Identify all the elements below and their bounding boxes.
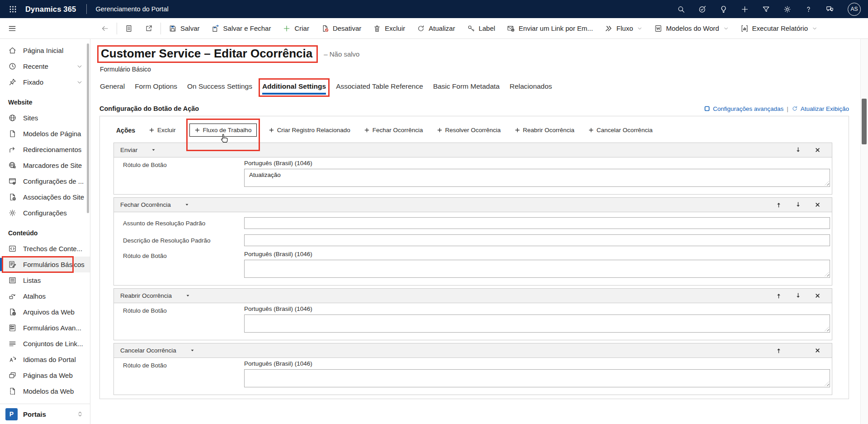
arrow-up-icon[interactable]	[775, 201, 782, 208]
email-link-button[interactable]: Enviar um Link por Em...	[501, 18, 599, 38]
rotulo-de-botao-textarea[interactable]	[244, 314, 830, 333]
advanced-settings-link[interactable]: Configurações avançadas	[704, 105, 783, 112]
hamburger-icon[interactable]	[7, 23, 18, 34]
rotulo-de-botao-textarea[interactable]	[244, 260, 830, 278]
tab-on-success-settings[interactable]: On Success Settings	[187, 82, 252, 95]
section-header[interactable]: Fechar Ocorrência	[114, 198, 832, 212]
button-label: Label	[479, 24, 495, 32]
sidebar-item-modelos-de-pagina[interactable]: Modelos de Página	[0, 126, 90, 142]
tab-form-options[interactable]: Form Options	[135, 82, 177, 95]
section-header[interactable]: Cancelar Ocorrência	[114, 343, 832, 358]
sidebar-item-recente[interactable]: Recente	[0, 58, 90, 74]
sidebar-item-arquivos-da-web[interactable]: Arquivos da Web	[0, 304, 90, 320]
plus-icon[interactable]	[741, 5, 749, 14]
sidebar-item-redirecionamentos[interactable]: Redirecionamentos	[0, 142, 90, 157]
refresh-display-link[interactable]: Atualizar Exibição	[792, 105, 849, 112]
field-column: Português (Brasil) (1046)	[244, 251, 830, 278]
filter-icon[interactable]	[762, 5, 770, 14]
sidebar-item-trechos-de-conteudo[interactable]: Trechos de Conte...	[0, 241, 90, 257]
plus-icon	[269, 127, 274, 133]
sidebar-item-listas[interactable]: Listas	[0, 272, 90, 288]
chat-icon[interactable]	[826, 5, 834, 14]
back-button[interactable]	[95, 18, 115, 38]
deactivate-button[interactable]: Desativar	[315, 18, 367, 38]
sidebar-item-sites[interactable]: Sites	[0, 110, 90, 126]
sidebar-item-atalhos[interactable]: Atalhos	[0, 288, 90, 304]
gear-icon[interactable]	[783, 5, 792, 14]
rotulo-de-botao-textarea[interactable]	[244, 369, 830, 387]
collapse-triangle-icon[interactable]	[185, 293, 190, 298]
sidebar-item-fixado[interactable]: Fixado	[0, 74, 90, 90]
collapse-triangle-icon[interactable]	[151, 148, 156, 152]
form-switcher-button[interactable]	[119, 18, 139, 38]
add-reabrir-ocorrencia-button[interactable]: Reabrir Ocorrência	[514, 127, 575, 133]
search-icon[interactable]	[677, 5, 685, 14]
sidebar-item-formularios-avancados[interactable]: Formulários Avan...	[0, 320, 90, 336]
chevron-up-down-icon[interactable]	[76, 410, 84, 418]
word-templates-button[interactable]: Modelos do Word	[648, 18, 734, 38]
sidebar-item-marcadores-de-site[interactable]: Marcadores de Site	[0, 157, 90, 173]
refresh-button[interactable]: Atualizar	[411, 18, 461, 38]
close-icon[interactable]	[814, 292, 821, 299]
sidebar-item-modelos-da-web[interactable]: Modelos da Web	[0, 383, 90, 399]
language-label: Português (Brasil) (1046)	[244, 360, 830, 367]
sidebar-item-conjuntos-de-links[interactable]: Conjuntos de Link...	[0, 336, 90, 352]
main-scrollbar-thumb[interactable]	[862, 99, 867, 144]
task-check-icon[interactable]	[698, 5, 707, 14]
label-button[interactable]: Label	[461, 18, 501, 38]
sidebar-item-idiomas-do-portal[interactable]: Idiomas do Portal	[0, 352, 90, 367]
collapse-triangle-icon[interactable]	[184, 202, 189, 207]
add-fechar-ocorrencia-button[interactable]: Fechar Ocorrência	[364, 127, 423, 133]
save-and-close-button[interactable]: Salvar e Fechar	[206, 18, 277, 38]
waffle-menu-icon[interactable]	[6, 3, 19, 15]
button-label: Criar Registro Relacionado	[277, 127, 350, 133]
arrow-down-icon[interactable]	[795, 292, 802, 299]
delete-button[interactable]: Excluir	[367, 18, 411, 38]
avatar[interactable]: AS	[848, 3, 861, 16]
close-icon[interactable]	[814, 201, 821, 208]
create-button[interactable]: Criar	[277, 18, 315, 38]
arrow-up-icon[interactable]	[775, 347, 782, 354]
brand-title[interactable]: Dynamics 365	[25, 5, 76, 14]
add-resolver-ocorrencia-button[interactable]: Resolver Ocorrência	[437, 127, 501, 133]
add-cancelar-ocorrencia-button[interactable]: Cancelar Ocorrência	[588, 127, 653, 133]
collapse-triangle-icon[interactable]	[190, 348, 195, 353]
assunto-resolucao-input[interactable]	[244, 217, 830, 229]
close-icon[interactable]	[814, 147, 821, 153]
arrow-up-icon[interactable]	[775, 292, 782, 299]
chevron-down-icon[interactable]	[76, 63, 83, 70]
section-cancelar-ocorrencia: Cancelar Ocorrência Rótulo de Botão	[113, 343, 832, 395]
section-header[interactable]: Reabrir Ocorrência	[114, 289, 832, 303]
tab-associated-table-reference[interactable]: Associated Table Reference	[336, 82, 423, 95]
save-button[interactable]: Salvar	[163, 18, 206, 38]
tab-basic-form-metadata[interactable]: Basic Form Metadata	[433, 82, 500, 95]
sidebar-scrollbar[interactable]	[87, 43, 89, 213]
add-criar-registro-relacionado-button[interactable]: Criar Registro Relacionado	[269, 127, 350, 133]
open-in-new-button[interactable]	[139, 18, 159, 38]
run-report-button[interactable]: Executar Relatório	[735, 18, 823, 38]
arrow-down-icon[interactable]	[795, 147, 802, 153]
flow-button[interactable]: Fluxo	[599, 18, 649, 38]
main-scrollbar-track[interactable]	[860, 39, 868, 424]
close-icon[interactable]	[814, 347, 821, 354]
chevron-down-icon	[723, 26, 729, 31]
sidebar-item-associacoes-do-site[interactable]: Associações do Site	[0, 189, 90, 205]
sidebar-item-formularios-basicos[interactable]: Formulários Básicos	[0, 257, 90, 272]
sidebar-item-configuracoes-de[interactable]: Configurações de ...	[0, 173, 90, 189]
arrow-down-icon[interactable]	[795, 201, 802, 208]
rotulo-de-botao-textarea[interactable]: Atualização	[244, 169, 830, 187]
descricao-resolucao-input[interactable]	[244, 234, 830, 246]
sidebar-item-configuracoes[interactable]: Configurações	[0, 205, 90, 221]
sidebar-item-pagina-inicial[interactable]: Página Inicial	[0, 43, 90, 58]
help-icon[interactable]	[804, 5, 813, 14]
lightbulb-icon[interactable]	[719, 5, 728, 14]
app-name[interactable]: Gerenciamento do Portal	[95, 5, 168, 13]
chevron-down-icon[interactable]	[76, 79, 83, 86]
tab-relacionados[interactable]: Relacionados	[509, 82, 552, 95]
tab-general[interactable]: General	[100, 82, 125, 95]
tab-additional-settings[interactable]: Additional Settings	[262, 82, 326, 95]
area-switcher[interactable]: P Portais	[0, 404, 90, 424]
sidebar-item-paginas-da-web[interactable]: Páginas da Web	[0, 367, 90, 383]
add-fluxo-de-trabalho-button[interactable]: Fluxo de Trabalho	[189, 124, 257, 137]
add-excluir-button[interactable]: Excluir	[149, 127, 176, 133]
